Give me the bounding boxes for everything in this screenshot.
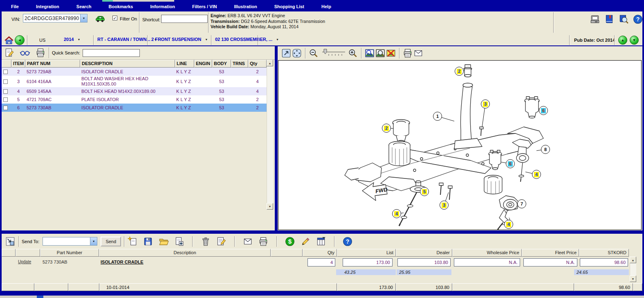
print-icon[interactable]	[35, 47, 46, 58]
menu-item-illustration[interactable]: Illustration	[225, 4, 265, 9]
col-body[interactable]: BODY	[212, 60, 231, 68]
vin-dropdown-arrow-icon[interactable]: ▼	[80, 14, 87, 22]
update-link[interactable]: Update	[18, 260, 31, 264]
view-glasses-icon[interactable]	[20, 47, 30, 58]
cart-scroll-up-button[interactable]: ▲	[630, 257, 636, 263]
callout-4[interactable]: 4	[532, 170, 541, 179]
send-to-dropdown-arrow-icon[interactable]: ▼	[90, 237, 97, 245]
row-checkbox[interactable]	[3, 97, 8, 102]
cart-description-link[interactable]: ISOLATOR CRADLE	[101, 260, 144, 264]
new-list-icon[interactable]	[127, 236, 138, 247]
fit-view-icon[interactable]	[281, 48, 292, 59]
cart-qty-input[interactable]: 4	[307, 258, 335, 266]
menu-item-bookmarks[interactable]: Bookmarks	[100, 4, 142, 9]
section-dropdown[interactable]: 2 FRONT SUSPENSION▼	[151, 37, 208, 42]
row-checkbox[interactable]	[3, 79, 8, 84]
menu-item-integration[interactable]: Integration	[27, 4, 68, 9]
parts-table-row-item-2[interactable]: 25273 729ABISOLATOR CRADLEK L Y Z532	[2, 68, 267, 76]
note-icon[interactable]	[413, 48, 424, 59]
columns-icon[interactable]	[316, 236, 326, 247]
cart-col-qty[interactable]: Qty	[303, 249, 337, 257]
zoom-in-icon[interactable]	[348, 48, 358, 59]
subsection-dropdown[interactable]: 02 130 CROSSMEMBER, ...▼	[215, 37, 279, 42]
search-book-icon[interactable]	[618, 14, 629, 25]
scroll-up-button[interactable]: ▲	[267, 60, 273, 66]
zoom-window-icon[interactable]	[364, 48, 375, 59]
menu-item-filters-vin[interactable]: Filters / VIN	[184, 4, 226, 9]
cart-col-description[interactable]: Description	[99, 249, 271, 257]
print-icon[interactable]	[258, 236, 269, 247]
callout-3[interactable]: 3	[481, 99, 490, 108]
back-button[interactable]: ◄	[15, 35, 25, 45]
cart-list-price[interactable]: 173.00	[343, 258, 393, 266]
parts-table-row-item-4[interactable]: 46509 145AABOLT HEX HEAD M14X2.00X189.00…	[2, 87, 267, 95]
shortcut-input[interactable]	[161, 15, 208, 23]
open-icon[interactable]	[158, 236, 169, 247]
delete-icon[interactable]	[200, 236, 211, 247]
save-icon[interactable]	[143, 236, 153, 247]
cart-col-stkord[interactable]: STKORD	[579, 249, 629, 257]
callout-8[interactable]: 8	[541, 145, 550, 154]
scrollbar-track[interactable]	[267, 66, 273, 203]
cart-stkord-price[interactable]: 98.60	[580, 258, 628, 266]
callout-2[interactable]: 2	[382, 124, 391, 133]
zoom-out-icon[interactable]	[308, 48, 319, 59]
filter-on-checkbox[interactable]: ✓	[112, 16, 117, 20]
restore-icon[interactable]	[5, 236, 16, 247]
help-icon[interactable]: ?	[342, 236, 353, 247]
previous-illustration-button[interactable]: ▲	[618, 36, 627, 45]
row-checkbox[interactable]	[3, 89, 8, 94]
menu-item-help[interactable]: Help	[313, 4, 340, 9]
illustration-canvas[interactable]: FWD 2361286453474	[278, 60, 642, 230]
menu-item-file[interactable]: File	[2, 4, 27, 9]
help-icon[interactable]: ?	[633, 14, 643, 25]
model-dropdown[interactable]: RT - CARAVAN / TOWN...▼	[97, 37, 157, 42]
cart-col-wholesale[interactable]: Wholesale Price	[452, 249, 522, 257]
callout-4[interactable]: 4	[504, 220, 513, 229]
cart-col-fleet[interactable]: Fleet Price	[522, 249, 579, 257]
callout-5[interactable]: 5	[420, 187, 429, 196]
zoom-slider[interactable]	[319, 48, 348, 59]
callout-2[interactable]: 2	[455, 67, 464, 76]
send-button[interactable]: Send	[101, 237, 121, 246]
cart-wholesale-price[interactable]: N.A.	[454, 258, 520, 266]
menu-item-information[interactable]: Information	[141, 4, 184, 9]
cart-scroll-down-button[interactable]: ▼	[630, 275, 636, 282]
edit-note-icon[interactable]	[4, 47, 15, 58]
workstation-icon[interactable]	[590, 14, 600, 25]
scroll-down-button[interactable]: ▼	[267, 203, 273, 210]
edit-icon[interactable]	[300, 236, 311, 247]
parts-table-row-item-5[interactable]: 54721 709ACPLATE ISOLATORK L Y Z532	[2, 95, 267, 104]
col-trns[interactable]: TRNS	[231, 60, 248, 68]
callout-6[interactable]: 6	[506, 159, 515, 168]
print-icon[interactable]	[402, 48, 413, 59]
col-engin[interactable]: ENGIN	[194, 60, 212, 68]
row-checkbox[interactable]	[3, 106, 8, 110]
col-part-num[interactable]: PART NUM	[25, 60, 80, 68]
pan-icon[interactable]	[292, 48, 302, 59]
col-qty[interactable]: Qty	[248, 60, 267, 68]
cart-col-part-number[interactable]: Part Number	[40, 249, 99, 257]
cart-dealer-price[interactable]: 103.80	[397, 258, 451, 266]
home-icon[interactable]	[4, 35, 14, 46]
send-to-select[interactable]: ▼	[43, 237, 97, 246]
year-dropdown[interactable]: 2014▼	[64, 37, 80, 42]
callout-3[interactable]: 3	[440, 201, 449, 210]
magnify-page-icon[interactable]	[375, 48, 386, 59]
col-line[interactable]: LINE	[175, 60, 194, 68]
callout-4[interactable]: 4	[392, 209, 401, 218]
menu-item-shopping-list[interactable]: Shopping List	[266, 4, 313, 9]
callout-7[interactable]: 7	[517, 199, 526, 208]
bookmarks-icon[interactable]	[604, 14, 615, 25]
cart-fleet-price[interactable]: N.A.	[523, 258, 577, 266]
edit-list-icon[interactable]	[216, 236, 227, 247]
callout-1[interactable]: 1	[433, 112, 442, 121]
cart-col-list[interactable]: List	[337, 249, 396, 257]
cart-col-dealer[interactable]: Dealer	[396, 249, 452, 257]
note-icon[interactable]	[242, 236, 253, 247]
menu-item-search[interactable]: Search	[68, 4, 100, 9]
quick-search-input[interactable]	[83, 49, 140, 57]
col-description[interactable]: DESCRIPTION	[80, 60, 175, 68]
col-item[interactable]: ITEM	[11, 60, 25, 68]
image-off-icon[interactable]	[386, 48, 396, 59]
